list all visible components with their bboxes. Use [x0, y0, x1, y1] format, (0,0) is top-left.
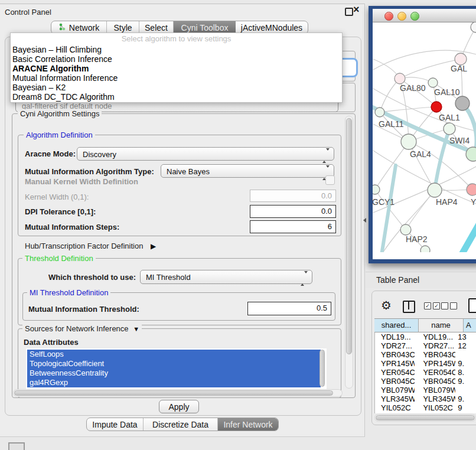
close-traffic-light[interactable]: [384, 12, 393, 21]
table-cell: 12: [455, 341, 476, 350]
dpi-tolerance-field[interactable]: 0.0: [250, 205, 336, 218]
table-cell: YER054C: [415, 368, 455, 377]
network-node[interactable]: [401, 134, 416, 149]
network-node[interactable]: [471, 22, 476, 32]
tab-impute-data[interactable]: Impute Data: [87, 418, 144, 431]
tab-select[interactable]: Select: [139, 21, 174, 34]
table-cell: YIL052C: [415, 403, 455, 412]
tab-infer-network[interactable]: Infer Network: [218, 418, 278, 431]
table-hscroll-thumb[interactable]: [376, 415, 475, 420]
network-node-label: HAP4: [436, 197, 458, 207]
table-row[interactable]: YLR345WYLR345W9.: [375, 394, 476, 403]
collapsed-panel-icon[interactable]: [8, 442, 25, 450]
which-threshold-select[interactable]: MI Threshold: [140, 270, 312, 284]
algorithm-option[interactable]: Basic Correlation Inference: [11, 54, 342, 64]
manual-kernel-label: Manual Kernel Width Definition: [25, 177, 138, 186]
hub-definition-toggle[interactable]: Hub/Transcription Factor Definition ▶: [25, 242, 156, 250]
kernel-width-field[interactable]: 0.0: [250, 190, 336, 202]
mi-steps-field[interactable]: 6: [250, 220, 336, 233]
table-row[interactable]: YBR045CYBR045C9.: [375, 377, 476, 386]
tab-label: jActiveMNodules: [241, 23, 302, 32]
algorithm-option[interactable]: Bayesian – K2: [11, 83, 342, 92]
network-canvas[interactable]: GALGAL80GAL10GAL1GAL11GAL4SWI4GCY1HAP4YH…: [373, 22, 476, 252]
network-node[interactable]: [466, 147, 476, 161]
data-attribute-item[interactable]: SelfLoops: [27, 350, 321, 359]
threshold-definition-title: Threshold Definition: [22, 254, 96, 263]
dpi-tolerance-label: DPI Tolerance [0,1]:: [25, 207, 96, 216]
network-node[interactable]: [455, 53, 467, 65]
mi-type-select[interactable]: Naive Bayes: [161, 164, 334, 178]
aracne-mode-select[interactable]: Discovery: [77, 147, 334, 161]
zoom-traffic-light[interactable]: [410, 12, 419, 21]
cyni-settings-title: Cyni Algorithm Settings: [18, 109, 102, 118]
float-window-icon[interactable]: [345, 8, 353, 16]
data-attribute-item[interactable]: BetweennessCentrality: [27, 369, 321, 378]
network-node[interactable]: [428, 78, 438, 87]
table-cell: YBR045C: [415, 377, 455, 386]
algorithm-option[interactable]: Mutual Information Inference: [11, 73, 342, 83]
sources-group-title[interactable]: Sources for Network Inference ▼: [22, 324, 142, 333]
table-cell: [455, 386, 476, 394]
network-node[interactable]: [431, 102, 442, 112]
minimize-traffic-light[interactable]: [397, 12, 406, 21]
table-cell: 9.: [455, 394, 476, 403]
column-header-name[interactable]: name: [419, 318, 464, 332]
network-node-label: SWI4: [449, 136, 470, 145]
data-attribute-item[interactable]: gal4RGexp: [27, 378, 321, 387]
algorithm-option[interactable]: Dream8 DC_TDC Algorithm: [11, 92, 342, 102]
which-threshold-label: Which threshold to use:: [48, 273, 136, 282]
select-all-checkboxes-icon[interactable]: ✓ ✓: [424, 302, 440, 309]
tab-network[interactable]: Network: [51, 21, 107, 34]
document-icon[interactable]: [468, 298, 476, 313]
network-node[interactable]: [455, 96, 470, 110]
network-window-titlebar[interactable]: [373, 9, 476, 22]
panel-splitter-arrow[interactable]: [363, 218, 366, 223]
gear-icon[interactable]: ⚙: [381, 298, 392, 312]
checked-box-icon: ✓: [424, 302, 431, 309]
settings-hscroll-thumb[interactable]: [14, 390, 333, 396]
table-row[interactable]: YDR27...YDR27...12: [375, 341, 476, 350]
data-attribute-item[interactable]: TopologicalCoefficient: [27, 359, 321, 369]
table-row[interactable]: YDL19...YDL19...13: [375, 332, 476, 341]
algorithm-option[interactable]: ARACNE Algorithm: [11, 64, 342, 73]
algorithm-dropdown-items: Bayesian – Hill ClimbingBasic Correlatio…: [11, 45, 342, 102]
network-node[interactable]: [400, 224, 411, 235]
table-cell: YDR27...: [375, 341, 415, 350]
network-node[interactable]: [467, 184, 476, 195]
network-node[interactable]: [420, 246, 430, 252]
table-cell: YER054C: [375, 368, 415, 377]
apply-button[interactable]: Apply: [159, 400, 199, 413]
table-row[interactable]: YER054CYER054C8.: [375, 368, 476, 377]
deselect-all-checkboxes-icon[interactable]: [441, 302, 457, 309]
column-header-shared-name[interactable]: shared...: [374, 318, 419, 332]
tab-style[interactable]: Style: [107, 21, 139, 34]
mi-threshold-field[interactable]: 0.5: [247, 302, 331, 315]
network-node[interactable]: [428, 183, 442, 197]
close-icon[interactable]: ×: [353, 4, 360, 15]
network-node[interactable]: [373, 185, 380, 194]
manual-kernel-checkbox[interactable]: [325, 175, 335, 185]
network-node[interactable]: [395, 73, 405, 84]
table-row[interactable]: YPR145WYPR145W9.: [375, 359, 476, 368]
tab-jactivemnodules[interactable]: jActiveMNodules: [236, 21, 308, 34]
network-node[interactable]: [375, 107, 384, 117]
combo-arrows-icon: [301, 273, 308, 284]
table-row[interactable]: YBR043CYBR043C: [375, 350, 476, 359]
expanded-arrow-icon: ▼: [133, 325, 139, 332]
table-body: YDL19...YDL19...13YDR27...YDR27...12YBR0…: [374, 332, 476, 413]
network-node-label: GAL80: [400, 83, 426, 93]
network-icon: [58, 23, 66, 32]
tab-label: Network: [69, 23, 99, 32]
algorithm-option[interactable]: Bayesian – Hill Climbing: [11, 45, 342, 54]
column-header-clipped[interactable]: A: [464, 318, 476, 332]
attr-list-scrollbar[interactable]: [319, 350, 325, 387]
table-row[interactable]: YBL079WYBL079W: [375, 386, 476, 394]
tab-cyni-toolbox[interactable]: Cyni Toolbox: [174, 21, 236, 34]
tab-discretize-data[interactable]: Discretize Data: [144, 418, 218, 431]
network-node[interactable]: [444, 123, 455, 135]
table-row[interactable]: YIL052CYIL052C9: [375, 403, 476, 412]
columns-icon[interactable]: [403, 301, 415, 313]
settings-vscroll-thumb[interactable]: [346, 118, 352, 354]
network-node-label: GAL: [451, 64, 467, 73]
network-node-label: GAL1: [439, 113, 460, 122]
